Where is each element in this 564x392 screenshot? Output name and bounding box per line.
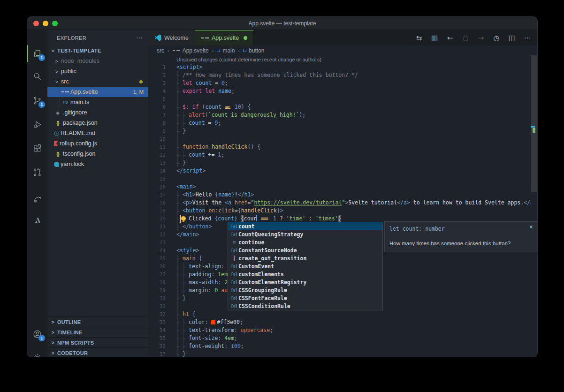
code-line-36[interactable]: 36→→font-weight: 100; — [148, 342, 537, 350]
modified-dot-icon[interactable] — [244, 36, 247, 40]
current-change-icon[interactable]: ○ — [460, 34, 471, 42]
yarn-icon — [54, 162, 59, 167]
open-preview-icon[interactable]: ▥ — [429, 34, 440, 42]
file-label: App.svelte — [70, 89, 98, 95]
code-line-16[interactable]: 16<main> — [148, 183, 537, 191]
breadcrumb-main[interactable]: main — [217, 47, 235, 54]
source-control-changes-icon[interactable]: ⇆ — [414, 34, 424, 42]
code-line-35[interactable]: 35→→font-size: 4em; — [148, 334, 537, 342]
section-outline[interactable]: >OUTLINE — [47, 317, 148, 327]
split-editor-icon[interactable]: ◫ — [507, 34, 517, 42]
code-editor[interactable]: Unsaved changes (cannot determine recent… — [148, 55, 537, 357]
code-line-17[interactable]: 17→<h1>Hello {name}!</h1> — [148, 191, 537, 199]
file-item-tsconfig.json[interactable]: {}tsconfig.json — [47, 149, 148, 159]
code-line-1[interactable]: 1<script> — [148, 63, 537, 71]
tab-whitespace-icon: → — [183, 334, 185, 342]
file-item-node_modules[interactable]: >node_modules — [47, 56, 148, 66]
file-item-README.md[interactable]: iREADME.md — [47, 128, 148, 138]
code-line-19[interactable]: 19→<button on:click={handleClick}> — [148, 207, 537, 215]
live-share-icon[interactable] — [27, 190, 47, 209]
breadcrumb-src[interactable]: src — [157, 47, 164, 54]
code-line-4[interactable]: 4→export let name; — [148, 87, 537, 95]
breadcrumb-button[interactable]: button — [243, 47, 264, 54]
code-line-33[interactable]: 33→→color: #ff3e00; — [148, 318, 537, 326]
file-item-rollup.config.js[interactable]: rollup.config.js — [47, 138, 148, 149]
lightbulb-icon[interactable] — [181, 216, 186, 221]
tab-whitespace-icon: → — [176, 127, 179, 135]
scrollbar-thumb[interactable] — [531, 55, 537, 192]
search-icon[interactable] — [27, 67, 47, 86]
close-icon[interactable]: × — [529, 223, 533, 231]
code-line-3[interactable]: 3→let count = 0; — [148, 79, 537, 87]
section-codetour[interactable]: >CODETOUR — [47, 347, 148, 357]
suggest-item-CSSGroupingRule[interactable]: [⊘]CSSGroupingRule — [228, 286, 382, 294]
code-line-15[interactable]: 15 — [148, 175, 537, 183]
azure-icon[interactable] — [27, 211, 47, 229]
code-line-12[interactable]: 12→→count += 1; — [148, 151, 537, 159]
code-text: } — [183, 159, 186, 167]
file-item-public[interactable]: >public — [47, 66, 148, 76]
code-line-9[interactable]: 9→} — [148, 127, 537, 135]
file-item-main.ts[interactable]: TSmain.ts — [47, 97, 148, 107]
file-item-yarn.lock[interactable]: yarn.lock — [47, 159, 148, 169]
source-control-icon[interactable]: 1 — [27, 91, 47, 110]
line-number: 31 — [148, 302, 166, 310]
code-text: </button> — [183, 223, 212, 231]
code-line-5[interactable]: 5 — [148, 95, 537, 103]
tab-welcome[interactable]: Welcome — [148, 30, 195, 45]
settings-gear-icon[interactable] — [27, 348, 47, 357]
code-line-13[interactable]: 13→} — [148, 159, 537, 167]
accounts-badge: 1 — [38, 335, 45, 341]
code-line-18[interactable]: 18→<p>Visit the <a href="https://svelte.… — [148, 199, 537, 207]
code-line-8[interactable]: 8→→count = 9; — [148, 119, 537, 127]
explorer-header-label: EXPLORER — [57, 35, 86, 41]
run-and-debug-icon[interactable] — [27, 115, 47, 134]
suggest-item-ConstantSourceNode[interactable]: [⊘]ConstantSourceNode — [228, 246, 382, 254]
suggest-item-count[interactable]: [⊘]count — [228, 222, 382, 230]
section-timeline[interactable]: >TIMELINE — [47, 327, 148, 337]
code-line-6[interactable]: 6→$: if (count ≥ 10) { — [148, 103, 537, 111]
title-bar[interactable]: App.svelte — test-template — [27, 17, 537, 30]
code-line-2[interactable]: 2→/** How many times has someone clicked… — [148, 71, 537, 79]
file-item-.gitignore[interactable]: ◆.gitignore — [47, 107, 148, 118]
suggest-item-CSSConditionRule[interactable]: [⊘]CSSConditionRule — [228, 302, 382, 310]
scrollbar[interactable] — [531, 55, 537, 357]
previous-change-icon[interactable]: ← — [445, 34, 455, 42]
section-npm-scripts[interactable]: >NPM SCRIPTS — [47, 337, 148, 347]
timer-icon[interactable]: ◷ — [491, 34, 502, 42]
breadcrumb-App.svelte[interactable]: App.svelte — [173, 47, 209, 54]
suggest-item-CSSFontFaceRule[interactable]: [⊘]CSSFontFaceRule — [228, 294, 382, 302]
file-item-package.json[interactable]: {}package.json — [47, 118, 148, 128]
tree-root-test-template[interactable]: >TEST-TEMPLATE — [47, 45, 148, 56]
github-pull-requests-icon[interactable] — [27, 163, 47, 181]
code-line-14[interactable]: 14</script> — [148, 167, 537, 175]
code-line-34[interactable]: 34→→text-transform: uppercase; — [148, 326, 537, 334]
line-number: 34 — [148, 326, 166, 334]
suggest-item-CustomEvent[interactable]: [⊘]CustomEvent — [228, 262, 382, 270]
indent-guide — [177, 302, 178, 310]
blame-annotation[interactable]: Unsaved changes (cannot determine recent… — [176, 57, 321, 62]
indent-guide — [177, 135, 178, 143]
more-actions-icon[interactable]: ⋯ — [522, 34, 533, 42]
suggest-item-CustomElementRegistry[interactable]: [⊘]CustomElementRegistry — [228, 278, 382, 286]
line-number: 30 — [148, 294, 166, 302]
code-line-7[interactable]: 7→→alert(`count is dangerously high!`); — [148, 111, 537, 119]
code-text: padding: 1em; — [189, 271, 231, 279]
file-item-App.svelte[interactable]: App.svelte1, M — [47, 87, 148, 97]
suggest-item-continue[interactable]: ≡continue — [228, 238, 382, 246]
more-actions-icon[interactable]: ⋯ — [136, 34, 143, 41]
extensions-icon[interactable] — [27, 139, 47, 158]
suggest-item-create_out_transition[interactable]: create_out_transition — [228, 254, 382, 262]
accounts-icon[interactable]: 1 — [27, 324, 47, 343]
file-item-src[interactable]: >src — [47, 76, 148, 87]
tab-app-svelte[interactable]: App.svelte — [195, 30, 254, 45]
code-line-37[interactable]: 37→} — [148, 350, 537, 357]
explorer-icon[interactable]: 1 — [27, 44, 47, 63]
code-line-10[interactable]: 10 — [148, 135, 537, 143]
code-line-11[interactable]: 11→function handleClick() { — [148, 143, 537, 151]
next-change-icon[interactable]: → — [476, 34, 486, 42]
suggest-item-CountQueuingStrategy[interactable]: [⊘]CountQueuingStrategy — [228, 230, 382, 238]
code-line-32[interactable]: 32→h1 { — [148, 310, 537, 318]
suggest-item-customElements[interactable]: [⊘]customElements — [228, 270, 382, 278]
tab-whitespace-icon: → — [183, 271, 185, 279]
